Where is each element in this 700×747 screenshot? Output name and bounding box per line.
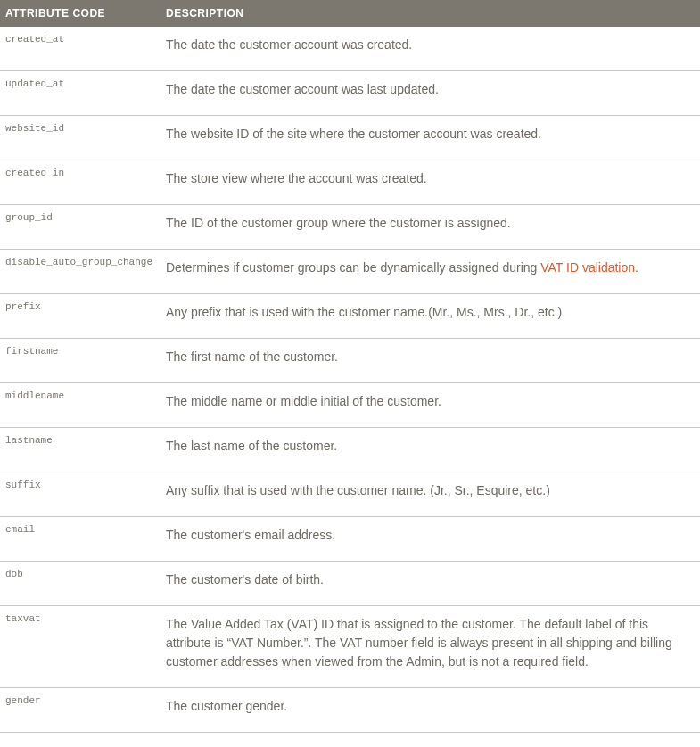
- table-row: created_in The store view where the acco…: [0, 160, 700, 205]
- attr-code: middlename: [0, 383, 161, 428]
- attr-desc: The first name of the customer.: [161, 339, 700, 383]
- table-row: lastname The last name of the customer.: [0, 428, 700, 472]
- table-row: suffix Any suffix that is used with the …: [0, 472, 700, 517]
- table-row: created_at The date the customer account…: [0, 27, 700, 71]
- attr-code: email: [0, 517, 161, 562]
- table-row: gender The customer gender.: [0, 688, 700, 733]
- attr-desc: The date the customer account was create…: [161, 27, 700, 71]
- header-description: DESCRIPTION: [161, 0, 700, 27]
- attr-desc: The customer's email address.: [161, 517, 700, 562]
- attr-code: suffix: [0, 472, 161, 517]
- attr-code: created_at: [0, 27, 161, 71]
- table-row: group_id The ID of the customer group wh…: [0, 205, 700, 250]
- table-row: prefix Any prefix that is used with the …: [0, 294, 700, 339]
- table-row: email The customer's email address.: [0, 517, 700, 562]
- attr-code: taxvat: [0, 606, 161, 688]
- attributes-table: ATTRIBUTE CODE DESCRIPTION created_at Th…: [0, 0, 700, 733]
- attr-code: group_id: [0, 205, 161, 250]
- attr-desc: Any prefix that is used with the custome…: [161, 294, 700, 339]
- attr-code: gender: [0, 688, 161, 733]
- table-row: dob The customer's date of birth.: [0, 562, 700, 606]
- attr-desc: The middle name or middle initial of the…: [161, 383, 700, 428]
- table-row: middlename The middle name or middle ini…: [0, 383, 700, 428]
- attr-code: created_in: [0, 160, 161, 205]
- desc-text-pre: Determines if customer groups can be dyn…: [166, 260, 540, 275]
- attr-code: website_id: [0, 116, 161, 160]
- table-row: disable_auto_group_change Determines if …: [0, 250, 700, 294]
- header-attribute-code: ATTRIBUTE CODE: [0, 0, 161, 27]
- attr-code: lastname: [0, 428, 161, 472]
- table-row: firstname The first name of the customer…: [0, 339, 700, 383]
- attr-desc: The Value Added Tax (VAT) ID that is ass…: [161, 606, 700, 688]
- vat-id-validation-link[interactable]: VAT ID validation: [540, 260, 635, 275]
- attr-desc: Any suffix that is used with the custome…: [161, 472, 700, 517]
- table-row: taxvat The Value Added Tax (VAT) ID that…: [0, 606, 700, 688]
- attr-desc: The ID of the customer group where the c…: [161, 205, 700, 250]
- attr-desc: The store view where the account was cre…: [161, 160, 700, 205]
- attr-desc: The customer gender.: [161, 688, 700, 733]
- attr-code: dob: [0, 562, 161, 606]
- table-header-row: ATTRIBUTE CODE DESCRIPTION: [0, 0, 700, 27]
- attr-desc: The date the customer account was last u…: [161, 71, 700, 116]
- attr-code: updated_at: [0, 71, 161, 116]
- attr-code: firstname: [0, 339, 161, 383]
- desc-text-post: .: [635, 260, 638, 275]
- attr-desc: Determines if customer groups can be dyn…: [161, 250, 700, 294]
- attr-desc: The customer's date of birth.: [161, 562, 700, 606]
- attr-desc: The last name of the customer.: [161, 428, 700, 472]
- attr-code: disable_auto_group_change: [0, 250, 161, 294]
- table-row: updated_at The date the customer account…: [0, 71, 700, 116]
- attr-code: prefix: [0, 294, 161, 339]
- table-row: website_id The website ID of the site wh…: [0, 116, 700, 160]
- attr-desc: The website ID of the site where the cus…: [161, 116, 700, 160]
